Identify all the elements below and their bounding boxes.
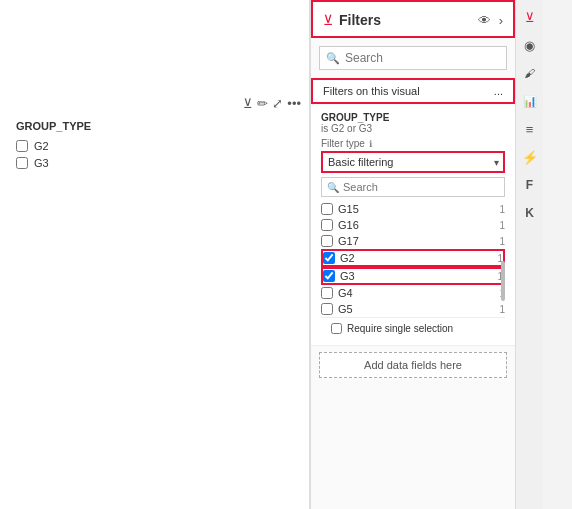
- g2-checkbox-item[interactable]: G2: [16, 140, 293, 152]
- filters-panel: ⊻ Filters 👁 › 🔍 Filters on this visual .…: [310, 0, 515, 509]
- filter-item-g3[interactable]: G3 1: [321, 267, 505, 285]
- icon-strip-analytics[interactable]: 📊: [519, 90, 541, 112]
- filter-g5-checkbox[interactable]: [321, 303, 333, 315]
- edit-toolbar-icon[interactable]: ✏: [257, 96, 268, 111]
- filters-funnel-icon: ⊻: [323, 12, 333, 28]
- icon-strip-lightning[interactable]: ⚡: [519, 146, 541, 168]
- filter-g15-label: G15: [338, 203, 359, 215]
- icon-strip-filter[interactable]: ⊻: [519, 6, 541, 28]
- filter-g15-count: 1: [499, 204, 505, 215]
- filter-g4-checkbox[interactable]: [321, 287, 333, 299]
- filter-g5-label: G5: [338, 303, 353, 315]
- filter-item-g17[interactable]: G17 1: [321, 233, 505, 249]
- filter-item-g15[interactable]: G15 1: [321, 201, 505, 217]
- require-single-label: Require single selection: [347, 323, 453, 334]
- filter-g3-label: G3: [340, 270, 355, 282]
- filter-type-info-icon: ℹ: [369, 139, 372, 149]
- filter-card: GROUP_TYPE is G2 or G3 Filter type ℹ Bas…: [311, 106, 515, 346]
- filter-type-box[interactable]: Basic filtering Advanced filtering ▾: [321, 151, 505, 173]
- filter-g17-checkbox[interactable]: [321, 235, 333, 247]
- filter-g2-label: G2: [340, 252, 355, 264]
- require-single-checkbox[interactable]: [331, 323, 342, 334]
- filter-search-box[interactable]: 🔍: [321, 177, 505, 197]
- filter-toolbar-icon[interactable]: ⊻: [243, 96, 253, 111]
- visual-title: GROUP_TYPE: [16, 120, 293, 132]
- g3-checkbox-item[interactable]: G3: [16, 157, 293, 169]
- filter-item-g16[interactable]: G16 1: [321, 217, 505, 233]
- filter-search-icon: 🔍: [327, 182, 339, 193]
- more-toolbar-icon[interactable]: •••: [287, 96, 301, 111]
- icon-strip: ⊻ ◉ 🖌 📊 ≡ ⚡ F K: [515, 0, 543, 509]
- filter-g17-count: 1: [499, 236, 505, 247]
- filter-g2-checkbox[interactable]: [323, 252, 335, 264]
- filter-item-g2[interactable]: G2 1: [321, 249, 505, 267]
- visual-panel: ⊻ ✏ ⤢ ••• GROUP_TYPE G2 G3: [0, 0, 310, 509]
- filter-type-select[interactable]: Basic filtering Advanced filtering: [323, 153, 490, 171]
- filters-on-visual-more[interactable]: ...: [494, 85, 503, 97]
- filter-g17-label: G17: [338, 235, 359, 247]
- filter-type-chevron-icon: ▾: [490, 157, 503, 168]
- filters-arrow-icon[interactable]: ›: [499, 13, 503, 28]
- filter-items-list: G15 1 G16 1 G17 1 G2 1 G3: [321, 201, 505, 317]
- add-data-fields-button[interactable]: Add data fields here: [319, 352, 507, 378]
- visual-content: GROUP_TYPE G2 G3: [0, 0, 309, 190]
- filter-item-g4[interactable]: G4 1: [321, 285, 505, 301]
- search-icon: 🔍: [326, 52, 340, 65]
- filters-search-input[interactable]: [345, 51, 500, 65]
- icon-strip-eye[interactable]: ◉: [519, 34, 541, 56]
- filter-g3-checkbox[interactable]: [323, 270, 335, 282]
- filter-g16-label: G16: [338, 219, 359, 231]
- filter-item-g5[interactable]: G5 1: [321, 301, 505, 317]
- filter-search-input[interactable]: [343, 181, 499, 193]
- filter-g16-checkbox[interactable]: [321, 219, 333, 231]
- filter-type-label: Filter type: [321, 138, 365, 149]
- filters-eye-icon[interactable]: 👁: [478, 13, 491, 28]
- icon-strip-fields[interactable]: ≡: [519, 118, 541, 140]
- icon-strip-f[interactable]: F: [519, 174, 541, 196]
- g2-label: G2: [34, 140, 49, 152]
- filter-g15-checkbox[interactable]: [321, 203, 333, 215]
- require-single-row[interactable]: Require single selection: [321, 317, 505, 339]
- filters-on-visual-label: Filters on this visual ...: [311, 78, 515, 104]
- g2-checkbox[interactable]: [16, 140, 28, 152]
- filters-header-icons: 👁 ›: [478, 13, 503, 28]
- filter-g4-label: G4: [338, 287, 353, 299]
- filter-g5-count: 1: [499, 304, 505, 315]
- icon-strip-k[interactable]: K: [519, 202, 541, 224]
- filter-card-subtitle: is G2 or G3: [321, 123, 505, 134]
- filter-type-row: Filter type ℹ: [321, 138, 505, 149]
- filters-title: Filters: [339, 12, 472, 28]
- g3-label: G3: [34, 157, 49, 169]
- filters-search-box[interactable]: 🔍: [319, 46, 507, 70]
- visual-toolbar: ⊻ ✏ ⤢ •••: [243, 96, 301, 111]
- filter-card-title: GROUP_TYPE: [321, 112, 505, 123]
- filters-header: ⊻ Filters 👁 ›: [311, 0, 515, 38]
- scrollbar-thumb[interactable]: [501, 261, 505, 301]
- filter-g16-count: 1: [499, 220, 505, 231]
- expand-toolbar-icon[interactable]: ⤢: [272, 96, 283, 111]
- g3-checkbox[interactable]: [16, 157, 28, 169]
- icon-strip-format[interactable]: 🖌: [519, 62, 541, 84]
